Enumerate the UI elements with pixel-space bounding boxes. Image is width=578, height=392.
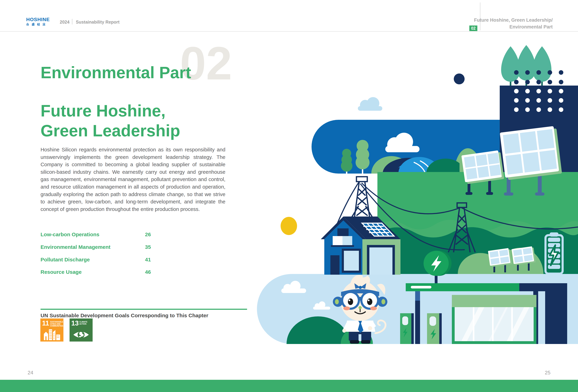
sdg-number: 11 [42, 320, 49, 327]
toc-page-number: 35 [145, 244, 151, 250]
toc-row: Resource Usage 46 [41, 269, 163, 277]
hoshine-logo-chinese: 合盛硅业 [26, 22, 48, 26]
page-number-left: 24 [28, 370, 33, 376]
sdg-heading: UN Sustainable Development Goals Corresp… [41, 312, 208, 318]
waterfall-hill [371, 156, 460, 174]
toc-label: Pollutant Discharge [41, 257, 90, 262]
chapter-intro-paragraph: Hoshine Silicon regards environmental pr… [41, 146, 225, 213]
sdg-number: 13 [71, 320, 79, 327]
glass-storefront [452, 295, 536, 344]
toc-label: Low-carbon Operations [41, 231, 99, 237]
section-title: Environmental Part [41, 63, 191, 82]
header-year: 2024 [60, 20, 70, 25]
report-spread: { "header": { "logo_text": "HOSHINE", "l… [0, 0, 578, 392]
sdg-section-rule [41, 309, 247, 310]
chapter-headline: Future Hoshine, Green Leadership [41, 101, 180, 141]
toc-label: Resource Usage [41, 269, 82, 275]
hoshine-logo: HOSHINE [26, 17, 50, 22]
toc-row: Low-carbon Operations 26 [41, 231, 163, 239]
toc-label: Environmental Management [41, 244, 110, 250]
sdg-tile-11: 11 SUSTAINABLE CITIES AND COMMUNITIES [40, 318, 63, 342]
header-report-title: Sustainability Report [76, 20, 120, 25]
running-title-line1: Future Hoshine, Green Leadership/ [420, 17, 553, 24]
sun [281, 217, 297, 235]
climate-action-icon [72, 329, 90, 340]
green-hills-ground [377, 172, 578, 274]
toc-page-number: 26 [145, 231, 151, 237]
navy-dot-circle [454, 74, 465, 84]
light-blue-cloud [358, 97, 382, 111]
footer-green-bar [0, 380, 578, 392]
toc-row: Pollutant Discharge 41 [41, 257, 163, 264]
toc-page-number: 41 [145, 257, 151, 262]
sdg-label: SUSTAINABLE CITIES AND COMMUNITIES [50, 321, 63, 327]
sdg-tile-13: 13 CLIMATE ACTION [70, 318, 93, 342]
green-energy-illustration [253, 40, 578, 348]
toc-row: Environmental Management 35 [41, 244, 163, 252]
running-title-line2: Environmental Part [420, 24, 553, 30]
header-separator [72, 19, 72, 24]
header-rule [0, 31, 578, 32]
page-number-right: 25 [545, 370, 550, 376]
sdg-label: CLIMATE ACTION [79, 321, 92, 325]
toc-page-number: 46 [145, 269, 151, 275]
sustainable-cities-icon [43, 329, 61, 340]
running-chapter-title: Future Hoshine, Green Leadership/ Enviro… [420, 17, 553, 30]
